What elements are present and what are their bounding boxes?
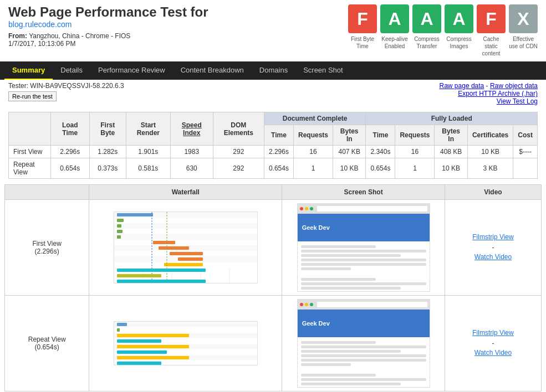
screenshot-line-6 [301,267,351,270]
results-sublabel-repeat-view: (0.654s) [9,343,84,351]
view-test-log-link[interactable]: View Test Log [497,97,538,105]
tester-label: Tester: [8,82,28,90]
performance-table: Load Time First Byte Start Render Speed … [8,112,538,179]
screenshot-site-title-2: Geek Dev [302,320,330,327]
first-view-dom-elements: 292 [213,146,264,158]
site-url-link[interactable]: blog.rulecode.com [8,20,348,29]
waterfall-svg-repeat-view [114,321,258,365]
watch-video-link-first-view[interactable]: Watch Video [450,251,537,264]
raw-page-data-link[interactable]: Raw page data [440,82,484,90]
from-value: Yangzhou, China - Chrome - FIOS [29,32,130,40]
results-label-repeat-view: Repeat View (0.654s) [5,296,89,391]
grade-label-compress-images: CompressImages [445,35,473,50]
svg-rect-23 [164,263,203,266]
svg-rect-16 [117,224,121,228]
col-fl-bytes: Bytes In [435,125,467,146]
col-start-render: Start Render [126,112,170,146]
screenshot-img-repeat-view: Geek Dev [297,299,430,388]
svg-rect-7 [114,229,258,234]
repeat-view-speed-index: 630 [170,158,213,179]
first-view-fl-requests: 16 [395,146,435,158]
first-view-start-render: 1.901s [126,146,170,158]
grade-cache: F Cachestaticcontent [477,4,506,57]
repeat-view-cost [513,158,538,179]
svg-rect-34 [114,327,258,333]
screenshot-line-3 [301,254,401,257]
results-label-text-first-view: First View [9,240,84,247]
grade-cdn: X Effectiveuse of CDN [509,4,538,57]
browser-address-bar-2 [317,302,427,307]
tab-summary[interactable]: Summary [4,61,53,80]
svg-rect-47 [117,356,189,359]
header-left: Web Page Performance Test for blog.rulec… [8,4,348,57]
rerun-button[interactable]: Re-run the test [8,91,57,101]
svg-rect-43 [117,334,189,337]
first-view-doc-time: 2.296s [264,146,293,158]
tab-details[interactable]: Details [53,61,90,80]
col-doc-time: Time [264,125,293,146]
tab-content-breakdown[interactable]: Content Breakdown [173,61,252,80]
results-video-first-view: Filmstrip View - Watch Video [445,200,541,296]
nav-tabs: Summary Details Performance Review Conte… [0,61,546,80]
screenshot-line-r1 [301,341,376,344]
svg-rect-45 [117,345,189,348]
screenshot-line-r7 [301,374,376,376]
svg-rect-46 [117,350,167,354]
col-speed-index[interactable]: Speed Index [170,112,213,146]
grade-box-keepalive: A [380,4,409,33]
screenshot-spacer-r1 [301,368,426,372]
browser-address-bar-1 [317,206,427,212]
grade-label-keepalive: Keep-aliveEnabled [380,35,409,50]
browser-dot-green-2 [310,303,313,306]
screenshot-line-9 [301,287,401,290]
screenshot-line-7 [301,278,376,281]
browser-dot-red-2 [300,303,303,306]
results-grid: Waterfall Screen Shot Video First View (… [4,184,542,391]
browser-bar-repeat-view [298,300,430,310]
watch-video-link-repeat-view[interactable]: Watch Video [450,347,537,359]
filmstrip-link-repeat-view[interactable]: Filmstrip View [450,327,537,339]
col-dom-elements: DOM Elements [213,112,264,146]
results-screenshot-first-view: Geek Dev [282,200,445,296]
results-row-repeat-view: Repeat View (0.654s) [5,296,542,391]
svg-rect-28 [117,280,206,283]
results-sublabel-first-view: (2.296s) [9,247,84,255]
repeat-view-first-byte: 0.373s [89,158,126,179]
col-fl-requests: Requests [395,125,435,146]
col-fl-cost: Cost [513,125,538,146]
browser-dot-yellow-2 [305,303,308,306]
tab-domains[interactable]: Domains [252,61,295,80]
from-label: From: [8,32,27,40]
tab-screen-shot[interactable]: Screen Shot [295,61,351,80]
filmstrip-link-first-view[interactable]: Filmstrip View [450,231,537,244]
grade-compress-images: A CompressImages [445,4,473,57]
grade-first-byte: F First ByteTime [348,4,377,57]
row-label-first-view: First View [9,146,51,158]
screenshot-line-r3 [301,350,401,353]
repeat-view-start-render: 0.581s [126,158,170,179]
export-har-link[interactable]: Export HTTP Archive (.har) [458,90,538,97]
first-view-speed-index: 1983 [170,146,213,158]
repeat-view-load-time: 0.654s [50,158,89,179]
svg-rect-21 [170,252,203,255]
svg-rect-15 [117,219,124,222]
col-group-doc-complete: Document Complete [264,112,365,125]
repeat-view-certs: 3 KB [467,158,513,179]
col-load-time: Load Time [50,112,89,146]
first-view-load-time: 2.296s [50,146,89,158]
col-empty [9,112,51,146]
results-row-first-view: First View (2.296s) [5,200,542,296]
page-title: Web Page Performance Test for [8,4,348,20]
grade-compress-transfer: A CompressTransfer [412,4,441,57]
tab-performance-review[interactable]: Performance Review [90,61,173,80]
svg-rect-44 [117,339,161,343]
col-group-fully-loaded: Fully Loaded [366,112,538,125]
screenshot-line-8 [301,282,426,285]
col-fl-certs: Certificates [467,125,513,146]
screenshot-line-r8 [301,378,426,381]
grade-label-compress-transfer: CompressTransfer [412,35,441,50]
raw-object-data-link[interactable]: Raw object data [490,82,538,90]
grade-box-first-byte: F [348,4,377,33]
first-view-doc-requests: 16 [293,146,333,158]
screenshot-line-5 [301,263,426,266]
